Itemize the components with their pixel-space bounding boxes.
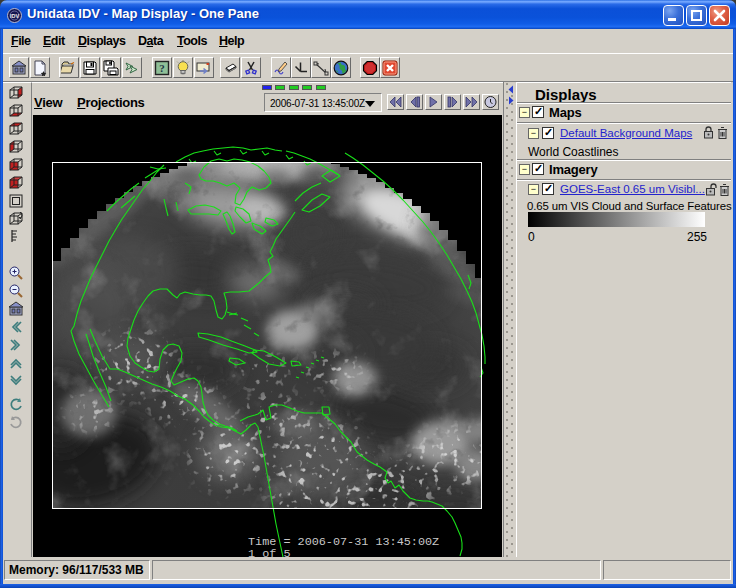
- svg-text:1 of 5: 1 of 5: [248, 547, 290, 558]
- svg-text:IDV: IDV: [10, 13, 20, 19]
- svg-text:?: ?: [159, 62, 165, 74]
